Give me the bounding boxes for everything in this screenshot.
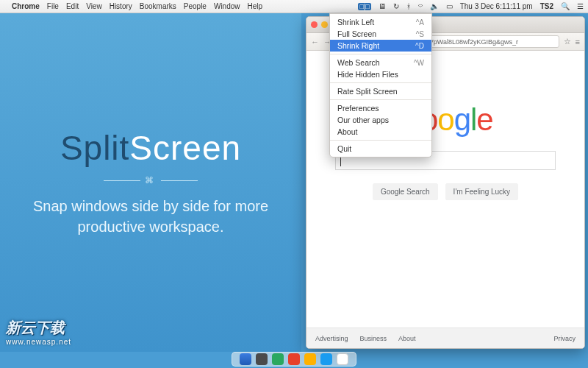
watermark: 新云下载 www.newasp.net [6, 318, 71, 346]
bookmark-star-icon[interactable]: ☆ [564, 37, 571, 46]
menubar-app-name[interactable]: Chrome [12, 2, 40, 10]
menu-separator [330, 82, 431, 83]
footer-link-privacy[interactable]: Privacy [553, 335, 576, 342]
minimize-button[interactable] [321, 21, 328, 28]
notification-center-icon[interactable]: ☰ [577, 2, 584, 10]
dock-app-finder[interactable] [240, 353, 251, 365]
footer-link-about[interactable]: About [398, 335, 416, 342]
footer-right: Privacy [553, 335, 576, 342]
watermark-url: www.newasp.net [6, 338, 71, 346]
feeling-lucky-button[interactable]: I'm Feeling Lucky [445, 183, 519, 200]
promo-tagline: Snap windows side by side for more produ… [22, 196, 279, 237]
logo-letter: g [454, 102, 470, 137]
menu-item-other-apps[interactable]: Our other apps [330, 114, 431, 126]
promo-panel: SplitScreen ⌘ Snap windows side by side … [0, 13, 301, 352]
menu-item-label: Full Screen [337, 29, 376, 38]
macos-menubar: Chrome File Edit View History Bookmarks … [0, 0, 588, 13]
footer-left: Advertising Business About [315, 335, 416, 342]
menu-item-label: Preferences [337, 104, 379, 113]
dock-app[interactable] [320, 353, 332, 365]
menu-item-shortcut: ^S [416, 30, 424, 38]
menu-item-label: About [337, 127, 357, 136]
menubar-right: □|□ 🖥 ↻ ᚼ ⌔ 🔈 ▭ Thu 3 Dec 6:11:11 pm TS2… [358, 2, 584, 10]
bluetooth-icon[interactable]: ᚼ [406, 2, 411, 10]
menu-item-shrink-right[interactable]: Shrink Right^D [330, 40, 431, 52]
promo-title-b: Screen [129, 129, 241, 167]
menu-item-label: Our other apps [337, 116, 389, 124]
menu-item-label: Web Search [337, 58, 380, 67]
dock-app[interactable] [272, 353, 284, 365]
google-buttons: Google Search I'm Feeling Lucky [373, 183, 518, 200]
menu-item-hide-hidden-files[interactable]: Hide Hidden Files [330, 68, 431, 80]
logo-letter: e [476, 102, 492, 137]
battery-icon[interactable]: ▭ [446, 2, 453, 10]
menu-separator [330, 54, 431, 54]
spotlight-icon[interactable]: 🔍 [561, 2, 570, 10]
menu-item-label: Hide Hidden Files [337, 70, 398, 79]
footer-link-business[interactable]: Business [360, 335, 387, 342]
splitscreen-dropdown-menu: Shrink Left^A Full Screen^S Shrink Right… [329, 13, 432, 158]
menubar-user[interactable]: TS2 [540, 2, 553, 10]
menu-item-shortcut: ^W [414, 59, 424, 67]
menu-item-label: Shrink Right [337, 41, 379, 50]
menu-item-preferences[interactable]: Preferences [330, 102, 431, 114]
menubar-item-help[interactable]: Help [248, 2, 263, 10]
wifi-icon[interactable]: ⌔ [418, 2, 423, 10]
chrome-menu-icon[interactable]: ≡ [576, 38, 580, 46]
menu-item-about[interactable]: About [330, 126, 431, 138]
menubar-item-view[interactable]: View [86, 2, 102, 10]
volume-icon[interactable]: 🔈 [430, 2, 439, 10]
menu-item-web-search[interactable]: Web Search^W [330, 57, 431, 68]
display-icon[interactable]: 🖥 [379, 2, 386, 10]
splitscreen-menubar-icon[interactable]: □|□ [358, 3, 370, 10]
dock-app[interactable] [288, 353, 300, 365]
promo-title-a: Split [60, 129, 129, 167]
menu-item-label: Rate Split Screen [337, 87, 398, 96]
dock-app[interactable] [304, 353, 316, 365]
menubar-item-file[interactable]: File [47, 2, 59, 10]
menu-separator [330, 140, 431, 141]
menubar-left: Chrome File Edit View History Bookmarks … [4, 2, 262, 10]
menu-item-label: Quit [337, 144, 351, 153]
google-footer: Advertising Business About Privacy [306, 328, 584, 348]
dock-app[interactable] [337, 353, 348, 365]
footer-link-advertising[interactable]: Advertising [315, 335, 348, 342]
watermark-text: 新云下载 [6, 319, 65, 336]
back-button[interactable]: ← [311, 38, 319, 46]
menu-item-label: Shrink Left [337, 18, 374, 26]
menubar-item-bookmarks[interactable]: Bookmarks [140, 2, 176, 10]
menubar-item-history[interactable]: History [110, 2, 132, 10]
macos-dock [232, 352, 356, 367]
menu-item-shrink-left[interactable]: Shrink Left^A [330, 16, 431, 28]
timemachine-icon[interactable]: ↻ [393, 2, 399, 10]
logo-letter: o [437, 102, 453, 137]
menu-item-rate[interactable]: Rate Split Screen [330, 85, 431, 97]
menu-separator [330, 99, 431, 100]
menu-item-shortcut: ^D [415, 42, 424, 50]
menubar-item-edit[interactable]: Edit [66, 2, 79, 10]
menubar-clock[interactable]: Thu 3 Dec 6:11:11 pm [460, 2, 533, 10]
menu-item-quit[interactable]: Quit [330, 143, 431, 155]
menu-item-full-screen[interactable]: Full Screen^S [330, 28, 431, 40]
promo-divider: ⌘ [92, 175, 209, 185]
google-search-button[interactable]: Google Search [373, 183, 438, 200]
menu-item-shortcut: ^A [416, 18, 424, 26]
dock-app-settings[interactable] [256, 353, 268, 365]
menubar-item-people[interactable]: People [184, 2, 207, 10]
promo-title: SplitScreen [60, 128, 241, 168]
close-button[interactable] [311, 21, 318, 28]
menubar-item-window[interactable]: Window [214, 2, 240, 10]
